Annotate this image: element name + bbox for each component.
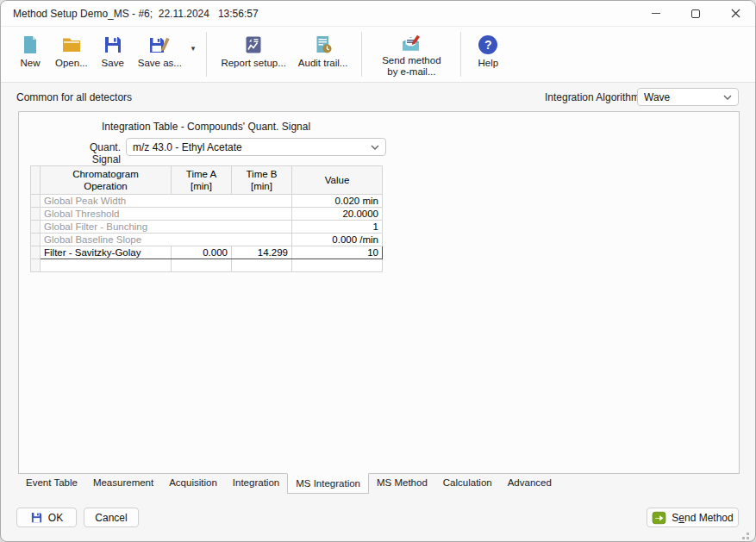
help-label: Help (478, 58, 499, 69)
audit-trail-icon (313, 33, 334, 56)
tab-acquisition[interactable]: Acquisition (161, 474, 225, 492)
tab-event-table[interactable]: Event Table (18, 474, 85, 492)
chevron-down-icon (365, 145, 385, 150)
save-as-label: Save as... (138, 58, 182, 69)
toolbar-separator (460, 32, 461, 77)
row-number-cell[interactable] (31, 234, 41, 246)
table-row: Global Threshold 20.0000 (31, 208, 383, 221)
integration-table: ChromatogramOperation Time A[min] Time B… (30, 165, 383, 272)
report-setup-icon (243, 33, 264, 56)
value-cell[interactable]: 0.020 min (292, 195, 383, 208)
integration-algorithm-label: Integration Algorithm (545, 91, 640, 103)
tab-measurement[interactable]: Measurement (85, 474, 161, 492)
row-number-cell[interactable] (31, 195, 41, 208)
save-as-button[interactable]: Save as... (132, 30, 188, 78)
save-as-dropdown-arrow[interactable]: ▾ (188, 44, 199, 53)
save-label: Save (102, 58, 124, 69)
operation-cell[interactable]: Filter - Savitzky-Golay (41, 246, 172, 259)
value-cell[interactable]: 0.000 /min (292, 234, 383, 246)
table-row-selected: Filter - Savitzky-Golay 0.000 14.299 10 (31, 246, 383, 259)
window-title: Method Setup Demo_MS - #6; 22.11.2024 13… (13, 8, 259, 20)
table-row: Global Filter - Bunching 1 (31, 221, 383, 234)
operation-cell[interactable]: Global Filter - Bunching (41, 221, 292, 234)
chevron-down-icon (717, 95, 738, 100)
toolbar-separator (206, 32, 207, 77)
ok-button[interactable]: OK (16, 508, 77, 527)
close-icon (731, 9, 740, 18)
time-b-cell[interactable] (232, 259, 292, 272)
title-bar: Method Setup Demo_MS - #6; 22.11.2024 13… (1, 1, 755, 27)
open-label: Open... (55, 58, 88, 69)
save-floppy-icon (30, 511, 43, 524)
ms-integration-tab-page: Integration Table - Compounds' Quant. Si… (18, 111, 740, 474)
send-email-icon (400, 33, 422, 53)
time-a-header[interactable]: Time A[min] (172, 166, 232, 195)
value-header[interactable]: Value (292, 166, 383, 195)
quant-signal-select[interactable]: m/z 43.0 - Ethyl Acetate (126, 138, 386, 156)
send-method-button[interactable]: Send Method (647, 508, 739, 527)
value-cell[interactable]: 1 (292, 221, 383, 234)
tab-calculation[interactable]: Calculation (435, 474, 500, 492)
operation-header[interactable]: ChromatogramOperation (41, 166, 172, 195)
window-controls (636, 1, 755, 26)
row-number-cell[interactable] (31, 246, 41, 259)
close-button[interactable] (715, 1, 755, 26)
cancel-label: Cancel (95, 512, 127, 524)
operation-cell[interactable]: Global Peak Width (41, 195, 292, 208)
time-a-cell[interactable]: 0.000 (172, 246, 232, 259)
tab-strip: Event Table Measurement Acquisition Inte… (18, 474, 559, 494)
new-button[interactable]: New (11, 30, 49, 78)
operation-cell[interactable]: Global Threshold (41, 208, 292, 221)
new-document-icon (20, 33, 41, 56)
open-button[interactable]: Open... (49, 30, 94, 78)
send-arrow-icon (652, 511, 666, 525)
row-number-header (31, 166, 41, 195)
new-label: New (20, 58, 40, 69)
send-method-by-email-button[interactable]: Send method by e-mail... (370, 30, 453, 78)
minimize-icon (652, 13, 660, 14)
toolbar-separator (361, 32, 362, 77)
integration-table-section-title: Integration Table - Compounds' Quant. Si… (30, 121, 382, 133)
tab-advanced[interactable]: Advanced (500, 474, 559, 492)
resize-grip[interactable] (747, 533, 749, 535)
time-b-cell[interactable]: 14.299 (232, 246, 292, 259)
cancel-button[interactable]: Cancel (84, 508, 139, 527)
integration-algorithm-value: Wave (638, 91, 717, 103)
value-cell[interactable]: 10 (292, 246, 383, 259)
row-number-cell[interactable] (31, 208, 41, 221)
tab-integration[interactable]: Integration (225, 474, 287, 492)
maximize-icon (691, 9, 700, 18)
subheader: Common for all detectors Integration Alg… (1, 83, 755, 111)
integration-algorithm-select[interactable]: Wave (637, 88, 739, 106)
common-for-all-detectors-label: Common for all detectors (16, 91, 132, 103)
save-as-icon (148, 33, 171, 56)
method-setup-dialog: Method Setup Demo_MS - #6; 22.11.2024 13… (0, 0, 756, 542)
value-cell[interactable] (292, 259, 383, 272)
help-button[interactable]: ? Help (469, 30, 507, 78)
time-a-cell[interactable] (172, 259, 232, 272)
send-method-label: Send Method (672, 512, 733, 524)
minimize-button[interactable] (636, 1, 676, 26)
row-number-cell[interactable] (31, 221, 41, 234)
report-setup-button[interactable]: Report setup... (215, 30, 291, 78)
send-method-by-email-label: Send method by e-mail... (376, 55, 447, 78)
help-icon: ? (478, 33, 497, 56)
operation-cell[interactable] (41, 259, 172, 272)
maximize-button[interactable] (676, 1, 715, 26)
quant-signal-row: Quant. Signal m/z 43.0 - Ethyl Acetate (19, 138, 739, 159)
row-number-cell[interactable] (31, 259, 41, 272)
tab-ms-method[interactable]: MS Method (369, 474, 435, 492)
value-cell[interactable]: 20.0000 (292, 208, 383, 221)
table-header-row: ChromatogramOperation Time A[min] Time B… (31, 166, 383, 195)
quant-signal-label: Quant. Signal (59, 141, 121, 165)
tab-ms-integration[interactable]: MS Integration (287, 473, 369, 494)
operation-cell[interactable]: Global Baseline Slope (41, 234, 292, 246)
quant-signal-value: m/z 43.0 - Ethyl Acetate (127, 141, 365, 153)
audit-trail-label: Audit trail... (298, 58, 348, 69)
report-setup-label: Report setup... (221, 58, 285, 69)
toolbar: New Open... Save Save as... ▾ Repor (1, 27, 755, 83)
time-b-header[interactable]: Time B[min] (232, 166, 292, 195)
table-row: Global Baseline Slope 0.000 /min (31, 234, 383, 246)
save-button[interactable]: Save (94, 30, 132, 78)
audit-trail-button[interactable]: Audit trail... (292, 30, 354, 78)
